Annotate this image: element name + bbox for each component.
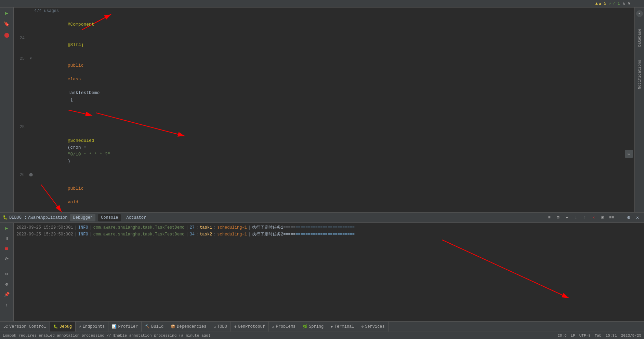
tab-spring[interactable]: 🌿 Spring bbox=[299, 322, 327, 331]
separator: | bbox=[90, 231, 92, 238]
line-ending[interactable]: LF bbox=[571, 334, 575, 338]
usage-count: 474 usages bbox=[14, 8, 634, 14]
log-linenum2: 34 bbox=[190, 231, 195, 238]
expand-panel-btn[interactable]: ⊡ bbox=[625, 150, 633, 158]
tab-label-terminal: Terminal bbox=[334, 324, 354, 329]
line-code: public void task1 () { bbox=[34, 172, 634, 212]
endpoints-icon: ⚡ bbox=[79, 324, 81, 329]
space bbox=[68, 193, 70, 198]
build-icon: 🔨 bbox=[145, 324, 150, 329]
tab-profiler[interactable]: 📊 Profiler bbox=[108, 322, 142, 331]
brace: { bbox=[68, 97, 73, 102]
tab-problems[interactable]: ⚠ Problems bbox=[269, 322, 299, 331]
tab-todo[interactable]: ☑ TODO bbox=[210, 322, 231, 331]
bookmark-icon[interactable]: 🔖 bbox=[3, 20, 11, 28]
fold-icon[interactable]: ▼ bbox=[30, 55, 32, 62]
position-indicator[interactable]: 20:6 bbox=[557, 334, 566, 338]
toolbar-threads-btn[interactable]: ≡≡ bbox=[608, 214, 615, 221]
mute-btn[interactable]: ⊘ bbox=[3, 270, 11, 278]
rerun-btn[interactable]: ⟳ bbox=[3, 255, 11, 263]
line-code bbox=[34, 110, 634, 117]
notification-circle[interactable]: ● bbox=[636, 10, 643, 17]
tab-services[interactable]: ⚙ Services bbox=[358, 322, 389, 331]
settings-btn[interactable]: ⚙ bbox=[3, 280, 11, 288]
debug-toolbar: ≡ ⊡ ↩ ↓ ↑ ✕ ▣ ≡≡ ⚙ ✕ bbox=[546, 214, 641, 221]
code-editor: 474 usages @Component 24 @Slf4j bbox=[14, 8, 634, 212]
expand-btn[interactable]: ∧ bbox=[623, 1, 625, 6]
pin-btn[interactable]: 📌 bbox=[3, 290, 11, 299]
tab-label: Version Control bbox=[9, 324, 46, 329]
separator: | bbox=[186, 231, 188, 238]
main-container: ▲ ▲ 5 ✓ ✓ 1 ∧ ∨ ▶ 🔖 ⬤ bbox=[0, 0, 644, 339]
breakpoint-icon[interactable]: ⬤ bbox=[3, 31, 11, 39]
debug-appname-val: AwareApplication bbox=[28, 215, 67, 220]
line-code: @Scheduled (cron = "0/10 * * * * ?" ) bbox=[34, 124, 634, 172]
paren: (cron = bbox=[68, 145, 89, 150]
annotation-component: @Component bbox=[68, 22, 94, 27]
divider bbox=[6, 265, 7, 268]
genprotobuf-icon: ⚙ bbox=[234, 324, 237, 329]
tab-debug[interactable]: 🐛 Debug bbox=[50, 322, 76, 331]
indent-type[interactable]: Tab bbox=[595, 334, 602, 338]
annotation-slf4j: @Slf4j bbox=[68, 42, 84, 48]
toolbar-step-into-btn[interactable]: ↓ bbox=[572, 214, 580, 221]
tab-label-endpoints: Endpoints bbox=[83, 324, 105, 329]
run-icon[interactable]: ▶ bbox=[3, 9, 11, 17]
tab-label-build: Build bbox=[151, 324, 163, 329]
string-cron: "0/10 * * * * ?" bbox=[68, 152, 110, 157]
stop-btn[interactable]: ⏹ bbox=[3, 245, 11, 253]
status-bar: Lombok requires enabled annotation proce… bbox=[0, 331, 644, 339]
terminal-icon: ▶ bbox=[331, 324, 333, 329]
notifications-label[interactable]: Notifications bbox=[638, 60, 642, 89]
check-count: ✓ 1 bbox=[613, 1, 620, 6]
tab-version-control[interactable]: ⎇ Version Control bbox=[0, 322, 50, 331]
toolbar-run-to-cursor[interactable]: ✕ bbox=[590, 214, 597, 221]
debug-panel: 🐛 DEBUG : AwareApplication Debugger Cons… bbox=[0, 212, 644, 321]
line-gutter: ⬤ bbox=[27, 172, 34, 178]
tab-terminal[interactable]: ▶ Terminal bbox=[327, 322, 358, 331]
tab-label-services: Services bbox=[365, 324, 385, 329]
close-icon[interactable]: ✕ bbox=[634, 214, 641, 221]
console-output[interactable]: 2023-09-25 15:29:50:001 | INFO | com.awa… bbox=[14, 223, 644, 321]
separator: | bbox=[186, 225, 188, 231]
separator: | bbox=[248, 231, 251, 238]
tab-dependencies[interactable]: 📦 Dependencies bbox=[167, 322, 210, 331]
dependencies-icon: 📦 bbox=[171, 324, 175, 329]
keyword: public bbox=[68, 63, 84, 68]
separator: | bbox=[248, 225, 251, 231]
code-line: @Component bbox=[14, 14, 634, 35]
toolbar-frames-btn[interactable]: ▣ bbox=[599, 214, 606, 221]
code-content[interactable]: 474 usages @Component 24 @Slf4j bbox=[14, 8, 634, 212]
keyword: public bbox=[68, 186, 84, 191]
tab-actuator[interactable]: Actuator bbox=[123, 214, 149, 221]
tab-endpoints[interactable]: ⚡ Endpoints bbox=[76, 322, 108, 331]
line-number: 26 bbox=[14, 172, 27, 178]
tab-build[interactable]: 🔨 Build bbox=[142, 322, 167, 331]
classname: TaskTestDemo bbox=[68, 90, 100, 95]
tab-console[interactable]: Console bbox=[98, 214, 121, 221]
check-badge[interactable]: ✓ ✓ 1 bbox=[609, 1, 620, 6]
collapse-btn[interactable]: ∨ bbox=[628, 1, 630, 6]
charset[interactable]: UTF-8 bbox=[579, 334, 591, 338]
keyword: void bbox=[68, 200, 78, 205]
tab-debugger[interactable]: Debugger bbox=[70, 214, 95, 221]
tab-genprotobuf[interactable]: ⚙ GenProtobuf bbox=[231, 322, 269, 331]
warning-badge[interactable]: ▲ ▲ 5 bbox=[595, 1, 606, 6]
paren: ) bbox=[68, 159, 70, 164]
pause-btn[interactable]: ⏸ bbox=[3, 234, 11, 243]
debug-appname: : bbox=[24, 215, 27, 220]
console-log-line: 2023-09-25 15:29:50:002 | INFO | com.awa… bbox=[14, 231, 644, 238]
settings-icon[interactable]: ⚙ bbox=[625, 214, 632, 221]
separator: | bbox=[75, 225, 77, 231]
resume-btn[interactable]: ▶ bbox=[3, 224, 11, 232]
move-btn[interactable]: ↕ bbox=[3, 301, 11, 309]
date: 2023/9/25 bbox=[621, 334, 641, 338]
annotation-scheduled: @Scheduled bbox=[68, 138, 94, 143]
toolbar-step-out-btn[interactable]: ↑ bbox=[581, 214, 589, 221]
toolbar-step-over-btn[interactable]: ↩ bbox=[563, 214, 571, 221]
space bbox=[68, 206, 70, 212]
database-label[interactable]: Database bbox=[638, 29, 642, 47]
log-level: INFO bbox=[78, 225, 88, 231]
toolbar-menu-btn[interactable]: ≡ bbox=[546, 214, 553, 221]
toolbar-filter-btn[interactable]: ⊡ bbox=[554, 214, 562, 221]
